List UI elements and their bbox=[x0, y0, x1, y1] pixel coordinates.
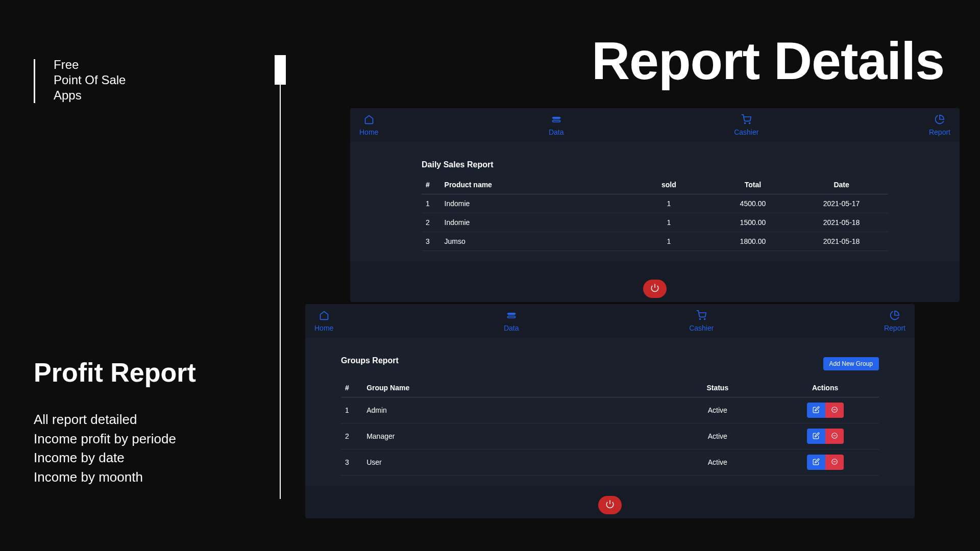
cell-group-name: Admin bbox=[362, 397, 664, 423]
brand-accent-bar bbox=[34, 59, 35, 103]
col-num-g: # bbox=[341, 379, 362, 397]
nav-data-label-b: Data bbox=[504, 324, 519, 332]
nav-report-label: Report bbox=[929, 128, 950, 136]
cell-num: 2 bbox=[341, 423, 362, 449]
power-button[interactable] bbox=[643, 280, 667, 298]
cell-product: Indomie bbox=[440, 213, 627, 232]
home-icon bbox=[364, 114, 374, 126]
cell-product: Indomie bbox=[440, 194, 627, 213]
navbar-a: Home Data Cashier Report bbox=[350, 108, 960, 142]
cell-num: 3 bbox=[341, 449, 362, 475]
groups-card-body: Groups Report Add New Group # Group Name… bbox=[305, 338, 915, 486]
nav-home[interactable]: Home bbox=[359, 114, 378, 136]
nav-report[interactable]: Report bbox=[929, 114, 950, 136]
table-row: 1AdminActive bbox=[341, 397, 879, 423]
table-row: 1Indomie14500.002021-05-17 bbox=[422, 194, 888, 213]
cell-sold: 1 bbox=[627, 194, 711, 213]
col-sold: sold bbox=[627, 176, 711, 194]
cell-num: 1 bbox=[422, 194, 440, 213]
groups-card-title: Groups Report bbox=[341, 356, 399, 365]
nav-cashier-label: Cashier bbox=[734, 128, 758, 136]
cell-sold: 1 bbox=[627, 213, 711, 232]
daily-sales-panel: Home Data Cashier Report Daily Sales Rep… bbox=[350, 108, 960, 302]
brand-block: Free Point Of Sale Apps bbox=[34, 57, 126, 103]
col-num: # bbox=[422, 176, 440, 194]
nav-report-label-b: Report bbox=[884, 324, 905, 332]
cell-status: Active bbox=[664, 449, 771, 475]
nav-data-label: Data bbox=[549, 128, 564, 136]
edit-button[interactable] bbox=[807, 455, 825, 470]
groups-table: # Group Name Status Actions 1AdminActive… bbox=[341, 379, 879, 475]
delete-button[interactable] bbox=[825, 429, 844, 444]
table-row: 3UserActive bbox=[341, 449, 879, 475]
sales-card-title: Daily Sales Report bbox=[422, 160, 888, 169]
col-group: Group Name bbox=[362, 379, 664, 397]
cart-icon bbox=[741, 114, 751, 126]
power-icon bbox=[650, 283, 659, 294]
minus-circle-icon bbox=[831, 406, 838, 415]
nav-cashier-b[interactable]: Cashier bbox=[689, 310, 714, 332]
profit-report-block: Profit Report All report detailed Income… bbox=[34, 357, 196, 487]
col-status: Status bbox=[664, 379, 771, 397]
cell-total: 1500.00 bbox=[711, 213, 795, 232]
profit-line-4: Income by moonth bbox=[34, 468, 196, 487]
table-row: 3Jumso11800.002021-05-18 bbox=[422, 232, 888, 251]
nav-cashier[interactable]: Cashier bbox=[734, 114, 758, 136]
edit-button[interactable] bbox=[807, 429, 825, 444]
minus-circle-icon bbox=[831, 458, 838, 467]
groups-panel: Home Data Cashier Report Groups Report A… bbox=[305, 304, 915, 518]
profit-line-2: Income profit by periode bbox=[34, 430, 196, 449]
cell-num: 1 bbox=[341, 397, 362, 423]
nav-data-b[interactable]: Data bbox=[504, 310, 519, 332]
burger-icon bbox=[506, 310, 517, 322]
sales-table: # Product name sold Total Date 1Indomie1… bbox=[422, 176, 888, 251]
burger-icon bbox=[551, 114, 561, 126]
brand-line-1: Free bbox=[54, 57, 126, 72]
delete-button[interactable] bbox=[825, 403, 844, 418]
home-icon bbox=[319, 310, 329, 322]
pencil-icon bbox=[813, 406, 820, 415]
cell-actions bbox=[771, 423, 879, 449]
cell-date: 2021-05-17 bbox=[795, 194, 888, 213]
svg-point-3 bbox=[704, 318, 705, 319]
profit-title: Profit Report bbox=[34, 357, 196, 388]
add-new-group-button[interactable]: Add New Group bbox=[823, 357, 879, 370]
svg-point-2 bbox=[700, 318, 701, 319]
nav-cashier-label-b: Cashier bbox=[689, 324, 714, 332]
brand-text: Free Point Of Sale Apps bbox=[54, 57, 126, 103]
minus-circle-icon bbox=[831, 432, 838, 441]
cell-date: 2021-05-18 bbox=[795, 232, 888, 251]
cell-product: Jumso bbox=[440, 232, 627, 251]
brand-line-2: Point Of Sale bbox=[54, 72, 126, 88]
cell-status: Active bbox=[664, 397, 771, 423]
cell-date: 2021-05-18 bbox=[795, 213, 888, 232]
cell-group-name: User bbox=[362, 449, 664, 475]
power-button-b[interactable] bbox=[598, 496, 622, 514]
cell-num: 2 bbox=[422, 213, 440, 232]
divider-handle[interactable] bbox=[275, 55, 286, 85]
nav-home-b[interactable]: Home bbox=[314, 310, 333, 332]
cell-actions bbox=[771, 449, 879, 475]
navbar-b: Home Data Cashier Report bbox=[305, 304, 915, 338]
pie-chart-icon bbox=[935, 114, 945, 126]
pencil-icon bbox=[813, 432, 820, 441]
col-date: Date bbox=[795, 176, 888, 194]
page-title: Report Details bbox=[592, 31, 944, 91]
pencil-icon bbox=[813, 458, 820, 467]
col-total: Total bbox=[711, 176, 795, 194]
pie-chart-icon bbox=[890, 310, 900, 322]
table-row: 2Indomie11500.002021-05-18 bbox=[422, 213, 888, 232]
cart-icon bbox=[696, 310, 706, 322]
profit-line-1: All report detailed bbox=[34, 410, 196, 430]
cell-total: 4500.00 bbox=[711, 194, 795, 213]
col-actions: Actions bbox=[771, 379, 879, 397]
brand-line-3: Apps bbox=[54, 88, 126, 103]
nav-data[interactable]: Data bbox=[549, 114, 564, 136]
nav-home-label-b: Home bbox=[314, 324, 333, 332]
cell-group-name: Manager bbox=[362, 423, 664, 449]
edit-button[interactable] bbox=[807, 403, 825, 418]
nav-report-b[interactable]: Report bbox=[884, 310, 905, 332]
cell-total: 1800.00 bbox=[711, 232, 795, 251]
delete-button[interactable] bbox=[825, 455, 844, 470]
cell-actions bbox=[771, 397, 879, 423]
